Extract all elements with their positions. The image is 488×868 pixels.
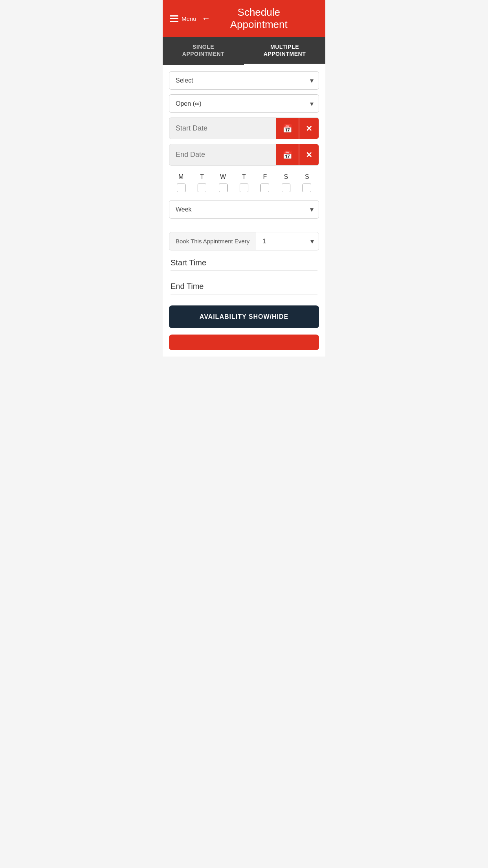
end-time-section: End Time xyxy=(169,279,319,298)
close-icon-2: ✕ xyxy=(306,150,312,160)
main-content: Select Open (∞) 📅 ✕ 📅 ✕ M xyxy=(163,65,325,357)
start-date-input[interactable] xyxy=(169,118,276,139)
week-select-input[interactable]: Week Month Year xyxy=(169,200,319,218)
wednesday-checkbox-wrapper xyxy=(213,184,233,192)
sunday-checkbox-wrapper xyxy=(297,184,317,192)
friday-checkbox[interactable] xyxy=(261,184,269,192)
open-infinity-dropdown[interactable]: Open (∞) xyxy=(169,94,319,113)
app-header: Menu ← Schedule Appointment xyxy=(163,0,325,37)
select-input[interactable]: Select xyxy=(169,72,319,89)
tuesday-checkbox[interactable] xyxy=(198,184,206,192)
page-title: Schedule Appointment xyxy=(215,6,303,31)
header-left: Menu ← xyxy=(170,13,211,24)
start-date-clear-button[interactable]: ✕ xyxy=(299,118,319,139)
start-date-calendar-button[interactable]: 📅 xyxy=(276,118,299,139)
gap xyxy=(169,223,319,227)
monday-checkbox[interactable] xyxy=(177,184,185,192)
tab-single-appointment[interactable]: SINGLEAPPOINTMENT xyxy=(163,37,244,65)
calendar-icon: 📅 xyxy=(283,124,292,133)
days-labels-row: M T W T F S S xyxy=(171,173,317,180)
week-dropdown[interactable]: Week Month Year xyxy=(169,200,319,219)
day-label-thursday: T xyxy=(233,173,254,180)
calendar-icon-2: 📅 xyxy=(283,150,292,160)
saturday-checkbox-wrapper xyxy=(275,184,296,192)
sunday-checkbox[interactable] xyxy=(303,184,311,192)
days-checkboxes-row xyxy=(171,184,317,192)
select-dropdown[interactable]: Select xyxy=(169,71,319,90)
start-time-divider xyxy=(171,270,317,271)
end-date-field: 📅 ✕ xyxy=(169,144,319,166)
day-label-sunday: S xyxy=(297,173,317,180)
menu-label[interactable]: Menu xyxy=(182,15,196,22)
start-date-field: 📅 ✕ xyxy=(169,118,319,139)
wednesday-checkbox[interactable] xyxy=(219,184,227,192)
book-every-select-wrapper: 1 2 3 4 5 xyxy=(256,232,319,250)
open-infinity-input[interactable]: Open (∞) xyxy=(169,95,319,112)
start-time-section: Start Time xyxy=(169,255,319,274)
book-every-label: Book This Appintment Every xyxy=(169,232,256,250)
friday-checkbox-wrapper xyxy=(255,184,275,192)
day-label-wednesday: W xyxy=(213,173,233,180)
days-of-week-section: M T W T F S S xyxy=(169,170,319,195)
bottom-action-button[interactable] xyxy=(169,335,319,350)
availability-show-hide-button[interactable]: AVAILABILITY SHOW/HIDE xyxy=(169,305,319,328)
monday-checkbox-wrapper xyxy=(171,184,191,192)
back-button[interactable]: ← xyxy=(202,13,211,24)
saturday-checkbox[interactable] xyxy=(282,184,290,192)
day-label-tuesday: T xyxy=(191,173,212,180)
tuesday-checkbox-wrapper xyxy=(191,184,212,192)
day-label-saturday: S xyxy=(275,173,296,180)
menu-icon[interactable] xyxy=(170,15,178,22)
select-dropdown-wrapper: Select xyxy=(169,71,319,90)
tab-bar: SINGLEAPPOINTMENT MULTIPLEAPPOINTMENT xyxy=(163,37,325,65)
end-date-calendar-button[interactable]: 📅 xyxy=(276,144,299,165)
start-time-label: Start Time xyxy=(171,258,317,267)
end-time-divider xyxy=(171,294,317,294)
thursday-checkbox-wrapper xyxy=(233,184,254,192)
week-dropdown-wrapper: Week Month Year xyxy=(169,200,319,219)
day-label-monday: M xyxy=(171,173,191,180)
open-infinity-dropdown-wrapper: Open (∞) xyxy=(169,94,319,113)
end-time-label: End Time xyxy=(171,282,317,291)
close-icon: ✕ xyxy=(306,124,312,133)
end-date-input[interactable] xyxy=(169,144,276,165)
book-every-select-input[interactable]: 1 2 3 4 5 xyxy=(256,232,319,250)
end-date-clear-button[interactable]: ✕ xyxy=(299,144,319,165)
day-label-friday: F xyxy=(255,173,275,180)
thursday-checkbox[interactable] xyxy=(240,184,248,192)
book-every-row: Book This Appintment Every 1 2 3 4 5 xyxy=(169,232,319,250)
tab-multiple-appointment[interactable]: MULTIPLEAPPOINTMENT xyxy=(244,37,325,65)
